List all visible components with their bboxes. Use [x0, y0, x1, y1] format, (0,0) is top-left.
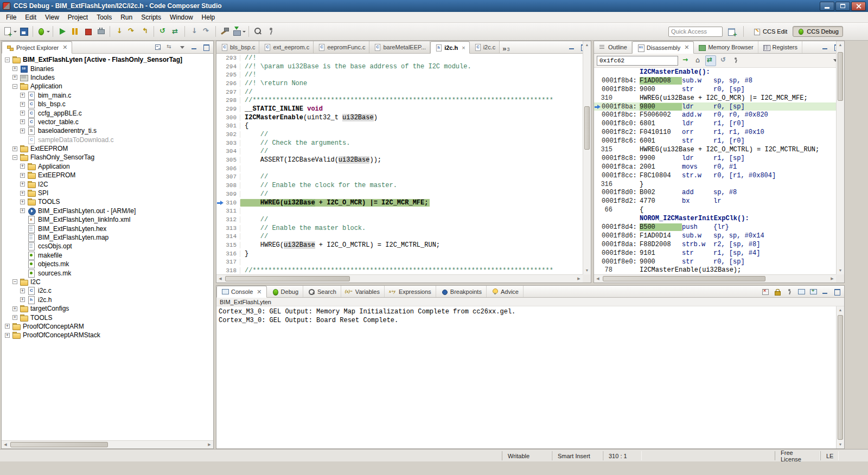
- minimize-window-button[interactable]: [820, 2, 834, 11]
- tree-item[interactable]: +TOOLS: [2, 197, 213, 206]
- code-line[interactable]: 308 // Enable the clock for the master.: [216, 181, 583, 190]
- menu-run[interactable]: Run: [116, 12, 137, 22]
- editor-minimize-button[interactable]: [567, 43, 577, 52]
- code-line[interactable]: 301{: [216, 122, 583, 131]
- disassembly-horizontal-scrollbar[interactable]: ◀ ▶: [594, 274, 836, 283]
- tab-overflow-chevron[interactable]: »3: [500, 41, 512, 53]
- tree-item[interactable]: −FlashOnly_SensorTag: [2, 153, 213, 162]
- tree-expander[interactable]: +: [20, 191, 25, 196]
- tree-item[interactable]: sampleDataToDownload.c: [2, 136, 213, 144]
- scroll-left-icon[interactable]: ◀: [2, 441, 9, 448]
- tree-item[interactable]: +bls_bsp.c: [2, 100, 213, 108]
- tab-debug[interactable]: Debug: [267, 286, 303, 297]
- disassembly-goto-pc-button[interactable]: [680, 55, 691, 66]
- explorer-collapse-all-button[interactable]: [154, 43, 163, 52]
- quick-access-input[interactable]: [668, 27, 723, 37]
- tree-item[interactable]: +i2c.h: [2, 296, 213, 304]
- tree-item[interactable]: +SPI: [2, 189, 213, 197]
- tree-item[interactable]: sources.mk: [2, 268, 213, 277]
- console-scroll-lock-button[interactable]: [773, 287, 782, 296]
- tab-outline[interactable]: Outline: [594, 41, 632, 53]
- scroll-down-icon[interactable]: ▼: [583, 267, 591, 274]
- tree-expander[interactable]: +: [20, 93, 25, 98]
- tree-item[interactable]: +TOOLS: [2, 313, 213, 322]
- tab-memory-browser[interactable]: Memory Browser: [694, 41, 758, 53]
- code-editor[interactable]: 293//!294//! \param ui32Base is the base…: [216, 54, 583, 274]
- tree-item[interactable]: BIM_ExtFlashLyten_linkInfo.xml: [2, 215, 213, 224]
- disassembly-address-input[interactable]: [597, 56, 678, 66]
- code-line[interactable]: 296//! \return None: [216, 79, 583, 88]
- code-line[interactable]: 298//***********************************…: [216, 96, 583, 105]
- explorer-view-menu-button[interactable]: [177, 43, 187, 52]
- editor-tab-i2c-h[interactable]: i2c.h×: [430, 41, 470, 54]
- tree-expander[interactable]: −: [12, 155, 17, 160]
- scroll-up-icon[interactable]: ▲: [837, 41, 844, 49]
- code-line[interactable]: 312 //: [216, 215, 583, 224]
- code-line[interactable]: 306: [216, 164, 583, 173]
- menu-help[interactable]: Help: [197, 12, 220, 22]
- tree-expander[interactable]: +: [12, 66, 17, 71]
- tree-expander[interactable]: −: [12, 84, 17, 89]
- tree-item[interactable]: BIM_ExtFlashLyten.map: [2, 233, 213, 242]
- disassembly-instruction[interactable]: 0001f8c8:9900ldrr1, [sp]: [594, 154, 836, 163]
- console-clear-console-button[interactable]: [761, 287, 770, 296]
- tab-project-explorer[interactable]: Project Explorer ✕: [2, 41, 72, 54]
- close-icon[interactable]: ✕: [684, 44, 689, 51]
- scroll-left-icon[interactable]: ◀: [216, 275, 224, 283]
- editor-tab-ext-eeprom-c[interactable]: ext_eeprom.c: [259, 41, 314, 53]
- console-output[interactable]: Cortex_M3_0: GEL Output: Memory Map Init…: [216, 306, 836, 448]
- toolbar-terminate-button[interactable]: [81, 25, 94, 38]
- tab-variables[interactable]: Variables: [341, 286, 385, 297]
- tab-advice[interactable]: Advice: [487, 286, 524, 297]
- editor-horizontal-scrollbar[interactable]: ◀ ▶: [216, 274, 583, 283]
- tree-item[interactable]: +Application: [2, 162, 213, 171]
- code-line[interactable]: 294//! \param ui32Base is the base addre…: [216, 62, 583, 71]
- scroll-left-icon[interactable]: ◀: [594, 275, 602, 283]
- tree-expander[interactable]: +: [12, 315, 17, 320]
- toolbar-restart-button[interactable]: [156, 25, 169, 38]
- tree-item[interactable]: +ProofOfConceptARM: [2, 322, 213, 331]
- code-line[interactable]: 295//!: [216, 70, 583, 79]
- tree-item[interactable]: +i2c.c: [2, 286, 213, 295]
- close-window-button[interactable]: [851, 2, 866, 11]
- tree-item[interactable]: ccsObjs.opt: [2, 242, 213, 251]
- perspective-ccs-debug[interactable]: CCS Debug: [793, 26, 843, 37]
- disassembly-source-line[interactable]: 315HWREG(ui32Base + I2C_O_MCTRL) = I2C_M…: [594, 145, 836, 154]
- code-line[interactable]: 310 HWREG(ui32Base + I2C_O_MCR) |= I2C_M…: [216, 198, 583, 207]
- disassembly-instruction[interactable]: 0001f8b4:F1AD0D08sub.wsp, sp, #8: [594, 76, 836, 85]
- disassembly-label[interactable]: NOROM_I2CMasterInitExpClk():: [594, 214, 836, 223]
- menu-file[interactable]: File: [2, 12, 21, 22]
- disassembly-instruction[interactable]: 0001f8ba:9800ldrr0, [sp]: [594, 102, 836, 111]
- tree-item[interactable]: +Binaries: [2, 64, 213, 73]
- tree-item[interactable]: +ccfg_appBLE.c: [2, 108, 213, 117]
- tree-expander[interactable]: +: [20, 288, 25, 293]
- tree-item[interactable]: +BIM_ExtFlashLyten.out - [ARM/le]: [2, 207, 213, 215]
- code-line[interactable]: 305 ASSERT(I2CBaseValid(ui32Base));: [216, 156, 583, 164]
- tree-expander[interactable]: +: [5, 324, 10, 329]
- console-minimize-button[interactable]: [820, 287, 830, 296]
- code-line[interactable]: 304 //: [216, 147, 583, 156]
- menu-edit[interactable]: Edit: [21, 12, 41, 22]
- console-pin-console-button[interactable]: [784, 287, 794, 296]
- code-line[interactable]: 303 // Check the arguments.: [216, 139, 583, 147]
- menu-scripts[interactable]: Scripts: [137, 12, 165, 22]
- toolbar-asm-step-into-button[interactable]: [187, 25, 200, 38]
- tree-expander[interactable]: +: [20, 200, 25, 204]
- tree-item[interactable]: +baseloaderentry_ti.s: [2, 126, 213, 135]
- tree-expander[interactable]: −: [12, 279, 17, 284]
- disassembly-refresh-button[interactable]: [705, 55, 716, 66]
- tree-expander[interactable]: +: [20, 111, 25, 115]
- code-line[interactable]: 307 //: [216, 173, 583, 182]
- disassembly-instruction[interactable]: 0001f8da:F88D2008strb.wr2, [sp, #8]: [594, 240, 836, 249]
- tree-item[interactable]: −I2C: [2, 278, 213, 286]
- explorer-link-with-editor-button[interactable]: [165, 43, 175, 52]
- toolbar-asm-step-over-button[interactable]: [200, 25, 213, 38]
- disassembly-instruction[interactable]: 0001f8cc:F8C10804str.wr0, [r1, #0x804]: [594, 171, 836, 180]
- tab-console[interactable]: Console✕: [216, 286, 267, 298]
- tab-search[interactable]: Search: [303, 286, 341, 297]
- code-line[interactable]: 318//***********************************…: [216, 266, 583, 274]
- disassembly-instruction[interactable]: 0001f8e0:9000strr0, [sp]: [594, 258, 836, 266]
- menu-tools[interactable]: Tools: [92, 12, 116, 22]
- tree-item[interactable]: +vector_table.c: [2, 118, 213, 126]
- code-line[interactable]: 315 HWREG(ui32Base + I2C_O_MCTRL) = I2C_…: [216, 241, 583, 249]
